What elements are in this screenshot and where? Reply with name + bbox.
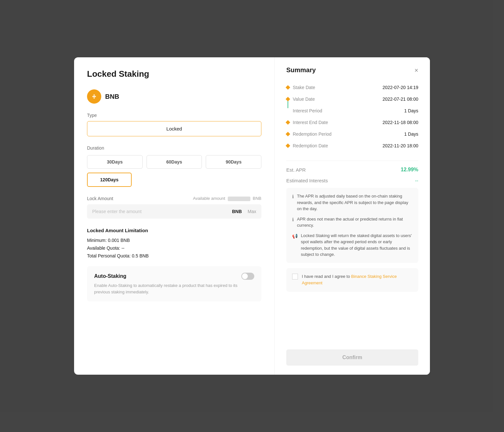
auto-staking-title: Auto-Staking [94, 273, 126, 279]
summary-title: Summary [286, 66, 316, 74]
minimum-row: Minimum: 0.001 BNB [87, 238, 261, 243]
value-date-value: 2022-07-21 08:00 [382, 97, 418, 102]
type-label: Type [87, 113, 261, 118]
redemption-period-diamond [286, 132, 290, 136]
lock-amount-header: Lock Amount Available amount BNB [87, 196, 261, 201]
amount-placeholder: Please enter the amount [92, 209, 229, 214]
est-interest-row: Estimated Interests -- [286, 176, 418, 188]
interest-end-date-row: Interest End Date 2022-11-18 08:00 [286, 117, 418, 128]
interest-period-value: 1 Days [404, 108, 418, 113]
redemption-date-value: 2022-11-20 18:00 [382, 143, 418, 148]
summary-header: Summary × [286, 66, 418, 74]
interest-end-date-left: Interest End Date [286, 120, 328, 125]
redemption-period-left: Redemption Period [286, 131, 332, 137]
coin-row: BNB [87, 89, 261, 104]
info-item-2: ℹ APR does not mean the actual or predic… [292, 216, 412, 229]
available-quota-row: Available Quota: -- [87, 245, 261, 251]
auto-staking-box: Auto-Staking Enable Auto-Staking to auto… [87, 266, 261, 301]
megaphone-icon: 📢 [292, 233, 298, 258]
est-interest-value: -- [415, 178, 418, 183]
duration-grid: 30Days 60Days 90Days [87, 155, 261, 169]
duration-label: Duration [87, 145, 261, 151]
duration-120[interactable]: 120Days [87, 173, 132, 187]
stake-date-value: 2022-07-20 14:19 [382, 85, 418, 90]
value-date-row: Value Date 2022-07-21 08:00 [286, 93, 418, 105]
redemption-date-label: Redemption Date [293, 143, 328, 148]
value-date-label: Value Date [293, 97, 315, 102]
redemption-period-row: Redemption Period 1 Days [286, 128, 418, 140]
agreement-checkbox[interactable] [292, 274, 298, 279]
interest-end-date-value: 2022-11-18 08:00 [382, 120, 418, 125]
coin-symbol: BNB [105, 93, 119, 100]
divider-1 [286, 161, 418, 161]
interest-period-left: Interest Period [293, 108, 322, 113]
right-panel: Summary × Stake Date 2022-07-20 14:19 [275, 57, 430, 375]
stake-date-left: Stake Date [286, 85, 315, 90]
summary-rows: Stake Date 2022-07-20 14:19 Value Date 2… [286, 82, 418, 152]
redemption-period-value: 1 Days [404, 131, 418, 137]
info-icon-2: ℹ [292, 216, 294, 229]
auto-staking-desc: Enable Auto-Staking to automatically res… [94, 282, 254, 295]
auto-staking-header: Auto-Staking [94, 273, 254, 280]
agreement-box: I have read and I agree to Binance Staki… [286, 268, 418, 292]
info-icon-1: ℹ [292, 193, 294, 212]
agreement-text: I have read and I agree to Binance Staki… [302, 273, 412, 287]
redemption-date-left: Redemption Date [286, 143, 328, 148]
redemption-date-diamond [286, 143, 290, 148]
lock-amount-label: Lock Amount [87, 196, 113, 201]
info-item-3: 📢 Locked Staking will return the staked … [292, 233, 412, 258]
page-title: Locked Staking [87, 69, 261, 79]
close-button[interactable]: × [414, 67, 418, 74]
confirm-button[interactable]: Confirm [286, 349, 418, 366]
auto-staking-toggle[interactable] [241, 273, 254, 280]
info-text-2: APR does not mean the actual or predicte… [297, 216, 412, 229]
amount-input-box: Please enter the amount BNB Max [87, 204, 261, 219]
limitation-title: Locked Amount Limitation [87, 228, 261, 233]
left-panel: Locked Staking BNB Type Locked Duration [74, 57, 275, 375]
stake-date-row: Stake Date 2022-07-20 14:19 [286, 82, 418, 93]
available-amount: Available amount BNB [193, 196, 261, 201]
est-interest-label: Estimated Interests [286, 178, 328, 183]
duration-60[interactable]: 60Days [147, 155, 202, 169]
stake-date-diamond [286, 85, 290, 90]
blurred-amount [228, 197, 250, 201]
redemption-period-label: Redemption Period [293, 131, 332, 137]
info-item-1: ℹ The APR is adjusted daily based on the… [292, 193, 412, 212]
apr-label: Est. APR [286, 167, 306, 173]
apr-value: 12.99% [401, 167, 418, 173]
value-date-left: Value Date [286, 97, 315, 102]
type-value: Locked [87, 121, 261, 136]
interest-period-row: Interest Period 1 Days [286, 105, 418, 117]
max-button[interactable]: Max [248, 209, 256, 214]
info-box: ℹ The APR is adjusted daily based on the… [286, 188, 418, 263]
amount-currency: BNB [232, 209, 242, 214]
info-text-1: The APR is adjusted daily based on the o… [297, 193, 412, 212]
interest-end-date-label: Interest End Date [293, 120, 328, 125]
redemption-date-row: Redemption Date 2022-11-20 18:00 [286, 140, 418, 152]
info-text-3: Locked Staking will return the staked di… [301, 233, 412, 258]
duration-30[interactable]: 30Days [87, 155, 143, 169]
value-date-diamond [286, 97, 290, 101]
stake-date-label: Stake Date [293, 85, 315, 90]
duration-90[interactable]: 90Days [206, 155, 261, 169]
interest-end-date-diamond [286, 120, 290, 125]
toggle-knob [242, 273, 248, 279]
apr-row: Est. APR 12.99% [286, 164, 418, 176]
total-quota-row: Total Personal Quota: 0.5 BNB [87, 253, 261, 258]
coin-icon [87, 89, 101, 104]
interest-period-label: Interest Period [293, 108, 322, 113]
